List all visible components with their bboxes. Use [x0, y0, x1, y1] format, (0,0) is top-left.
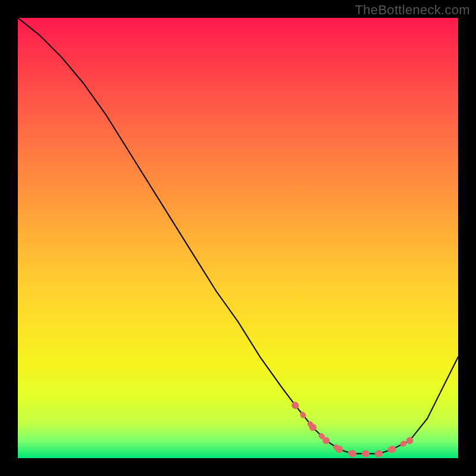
chart-container: TheBottleneck.com	[0, 0, 476, 476]
optimal-dot	[389, 446, 396, 453]
optimal-dot	[375, 450, 383, 458]
optimal-dot	[292, 402, 299, 409]
optimal-dot	[322, 437, 330, 444]
optimal-dot	[336, 446, 343, 453]
optimal-dot	[406, 437, 414, 444]
bottleneck-chart	[0, 0, 476, 476]
optimal-dot	[362, 450, 369, 458]
optimal-dot	[349, 450, 356, 458]
optimal-dot	[309, 424, 317, 431]
